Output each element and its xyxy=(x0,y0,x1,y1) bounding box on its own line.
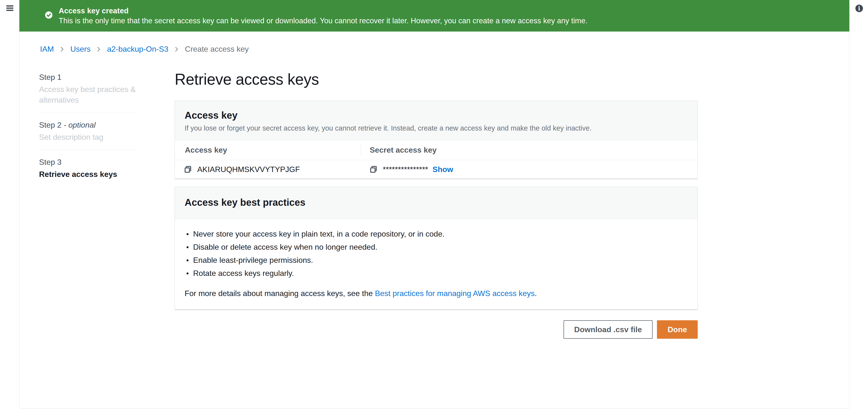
menu-button[interactable] xyxy=(6,5,16,15)
chevron-right-icon xyxy=(96,46,102,52)
check-circle-icon xyxy=(45,11,53,20)
column-header-access-key: Access key xyxy=(175,146,361,154)
step-3-label: Step 3 xyxy=(39,157,137,167)
key-table-row: AKIARUQHMSKVVYTYPJGF *************** Sho… xyxy=(175,160,698,179)
breadcrumb-current-page: Create access key xyxy=(185,45,249,54)
best-practices-link[interactable]: Best practices for managing AWS access k… xyxy=(375,289,535,298)
key-table-header: Access key Secret access key xyxy=(175,140,698,160)
access-key-cell: AKIARUQHMSKVVYTYPJGF xyxy=(175,165,361,174)
access-key-panel-title: Access key xyxy=(185,110,688,121)
chevron-right-icon xyxy=(174,46,180,52)
step-1-label: Step 1 xyxy=(39,72,137,82)
show-secret-link[interactable]: Show xyxy=(433,165,453,174)
secret-access-key-cell: *************** Show xyxy=(361,165,453,174)
step-group-1: Step 1 Access key best practices & alter… xyxy=(39,72,137,105)
best-practices-panel-header: Access key best practices xyxy=(175,187,698,219)
download-csv-button[interactable]: Download .csv file xyxy=(563,320,653,339)
step-divider xyxy=(39,150,137,150)
copy-icon xyxy=(184,166,192,173)
flash-title: Access key created xyxy=(59,6,588,16)
step-divider xyxy=(39,113,137,113)
step-group-3: Step 3 Retrieve access keys xyxy=(39,157,137,180)
copy-secret-key-button[interactable] xyxy=(370,166,377,173)
access-key-panel-description: If you lose or forget your secret access… xyxy=(185,124,688,132)
column-header-secret-access-key: Secret access key xyxy=(361,146,437,154)
copy-icon xyxy=(370,166,377,173)
done-button[interactable]: Done xyxy=(657,320,698,339)
chevron-right-icon xyxy=(59,46,65,52)
main-column: Retrieve access keys Access key If you l… xyxy=(175,70,698,339)
info-button[interactable]: i xyxy=(856,5,863,12)
info-icon: i xyxy=(858,6,860,11)
step-3-title: Retrieve access keys xyxy=(39,169,137,180)
best-practices-panel-body: Never store your access key in plain tex… xyxy=(175,219,698,310)
breadcrumb-item-users[interactable]: Users xyxy=(70,45,91,54)
best-practices-panel-title: Access key best practices xyxy=(185,197,688,208)
best-practices-panel: Access key best practices Never store yo… xyxy=(175,186,698,310)
access-key-panel-header: Access key If you lose or forget your se… xyxy=(175,101,698,140)
wizard-steps: Step 1 Access key best practices & alter… xyxy=(39,72,137,180)
flash-description: This is the only time that the secret ac… xyxy=(59,16,588,26)
step-1-title: Access key best practices & alternatives xyxy=(39,84,137,105)
list-item: Rotate access keys regularly. xyxy=(185,267,688,280)
actions-bar: Download .csv file Done xyxy=(175,320,698,339)
access-key-panel: Access key If you lose or forget your se… xyxy=(175,100,698,179)
secret-masked-value: *************** xyxy=(383,165,428,174)
access-key-value: AKIARUQHMSKVVYTYPJGF xyxy=(197,165,300,174)
copy-access-key-button[interactable] xyxy=(184,166,192,173)
success-flashbar: Access key created This is the only time… xyxy=(20,0,849,32)
hamburger-icon xyxy=(6,5,13,6)
breadcrumb-item-user-a2-backup-on-s3[interactable]: a2-backup-On-S3 xyxy=(107,45,168,54)
best-practices-list: Never store your access key in plain tex… xyxy=(185,227,688,280)
list-item: Disable or delete access key when no lon… xyxy=(185,240,688,254)
step-group-2: Step 2 - optional Set description tag xyxy=(39,120,137,142)
content-container: IAM Users a2-backup-On-S3 Create access … xyxy=(20,32,849,409)
list-item: Enable least-privilege permissions. xyxy=(185,254,688,267)
step-2-label: Step 2 - optional xyxy=(39,120,137,130)
breadcrumb-item-iam[interactable]: IAM xyxy=(40,45,54,54)
step-2-title: Set description tag xyxy=(39,132,137,142)
list-item: Never store your access key in plain tex… xyxy=(185,227,688,240)
breadcrumb: IAM Users a2-backup-On-S3 Create access … xyxy=(40,45,249,54)
page-title: Retrieve access keys xyxy=(175,70,698,88)
footer-note: For more details about managing access k… xyxy=(185,289,688,298)
